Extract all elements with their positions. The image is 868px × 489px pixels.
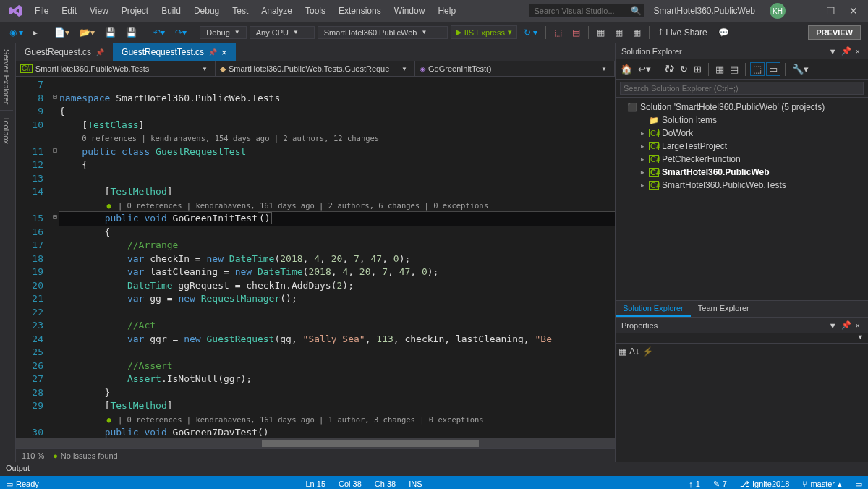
menu-file[interactable]: File	[29, 3, 54, 19]
status-ins: INS	[409, 480, 422, 488]
pin-icon[interactable]: 📌	[839, 320, 854, 330]
solution-item[interactable]: ▸C#SmartHotel360.PublicWeb.Tests	[617, 179, 867, 192]
redo-button[interactable]: ↷▾	[171, 25, 191, 40]
categorize-icon[interactable]: ▦	[618, 346, 626, 357]
dropdown-icon[interactable]: ▼	[827, 321, 839, 330]
back-icon[interactable]: ↩▾	[636, 62, 653, 76]
code-editor[interactable]: 78910 11121314 1516171819202122232425262…	[16, 77, 615, 438]
tab-guestrequest[interactable]: GuestRequest.cs📌	[16, 43, 113, 61]
scope-icon[interactable]: ▭	[766, 62, 780, 76]
user-avatar[interactable]: KH	[770, 3, 786, 19]
close-tab-icon[interactable]: ×	[221, 47, 227, 58]
status-pending[interactable]: ✎ 7	[713, 480, 727, 489]
sync-icon[interactable]: 🗘	[663, 62, 676, 76]
new-project-button[interactable]: 📄▾	[50, 25, 74, 40]
global-search[interactable]: 🔍	[529, 4, 644, 18]
refresh-icon[interactable]: ↻	[678, 62, 690, 76]
showall-icon[interactable]: ▦	[713, 62, 726, 76]
fold-gutter[interactable]: ⊟ ⊟ ⊟	[51, 77, 59, 438]
menu-help[interactable]: Help	[432, 3, 461, 19]
feedback-icon[interactable]: 💬	[714, 25, 733, 40]
collapse-icon[interactable]: ⊞	[692, 62, 704, 76]
menu-build[interactable]: Build	[156, 3, 187, 19]
tab-guestrequesttest[interactable]: GuestRequestTest.cs📌×	[113, 43, 236, 61]
menu-view[interactable]: View	[84, 3, 114, 19]
nav-method[interactable]: ◈GoGreenInitTest()▼	[415, 61, 615, 76]
nav-fwd-button[interactable]: ▸	[29, 25, 42, 40]
close-panel-icon[interactable]: ×	[854, 47, 862, 56]
zoom-level[interactable]: 110 %	[22, 451, 44, 460]
menu-tools[interactable]: Tools	[299, 3, 331, 19]
nav-namespace[interactable]: ◆SmartHotel360.PublicWeb.Tests.GuestRequ…	[216, 61, 415, 76]
wrench-icon[interactable]: 🔧▾	[790, 62, 811, 76]
startup-select[interactable]: SmartHotel360.PublicWeb▼	[318, 26, 448, 39]
server-explorer-tab[interactable]: Server Explorer	[0, 43, 13, 111]
toolbox-tab[interactable]: Toolbox	[0, 111, 13, 150]
solution-search-input[interactable]	[620, 82, 864, 95]
menu-debug[interactable]: Debug	[188, 3, 225, 19]
platform-select[interactable]: Any CPU▼	[250, 26, 315, 39]
status-repo[interactable]: ⎇ Ignite2018	[740, 480, 789, 489]
line-gutter: 78910 11121314 1516171819202122232425262…	[16, 77, 51, 438]
editor-area: GuestRequest.cs📌 GuestRequestTest.cs📌× C…	[16, 43, 615, 462]
minimize-button[interactable]: —	[800, 4, 814, 18]
properties-icon[interactable]: ▤	[728, 62, 741, 76]
home-icon[interactable]: 🏠	[618, 62, 634, 76]
extension-icon[interactable]: ▤	[568, 25, 584, 40]
close-button[interactable]: ✕	[846, 4, 861, 18]
close-panel-icon[interactable]: ×	[854, 321, 862, 330]
menu-project[interactable]: Project	[116, 3, 154, 19]
step3-icon[interactable]: ▦	[629, 25, 645, 40]
status-push[interactable]: ↑ 1	[689, 480, 700, 488]
status-branch[interactable]: ⑂ master ▴	[802, 480, 842, 489]
team-explorer-tab[interactable]: Team Explorer	[691, 301, 757, 317]
horizontal-scrollbar[interactable]	[16, 438, 615, 448]
menu-window[interactable]: Window	[388, 3, 431, 19]
solution-item[interactable]: ▸C#DoWork	[617, 127, 867, 140]
configuration-select[interactable]: Debug▼	[200, 26, 246, 39]
left-tool-rail: Server Explorer Toolbox	[0, 43, 16, 462]
nav-back-button[interactable]: ◉ ▾	[5, 25, 27, 40]
check-icon: ●	[53, 451, 58, 460]
status-notif-icon[interactable]: ▭	[855, 480, 862, 489]
save-all-button[interactable]: 💾	[122, 25, 141, 40]
solution-toolbar: 🏠 ↩▾ 🗘 ↻ ⊞ ▦ ▤ ⬚ ▭ 🔧▾	[616, 59, 868, 80]
undo-button[interactable]: ↶▾	[149, 25, 169, 40]
solution-item[interactable]: ▸C#SmartHotel360.PublicWeb	[617, 166, 867, 179]
step-icon[interactable]: ▦	[592, 25, 609, 40]
solution-item[interactable]: ▸C#PetCheckerFunction	[617, 153, 867, 166]
nav-project[interactable]: C#SmartHotel360.PublicWeb.Tests▼	[16, 61, 216, 76]
alpha-icon[interactable]: A↓	[629, 346, 639, 357]
status-ready: ▭ Ready	[6, 480, 39, 489]
liveshare-button[interactable]: ⤴ Live Share	[658, 27, 707, 38]
solution-explorer-title: Solution Explorer ▼ 📌 ×	[616, 43, 868, 59]
solution-explorer-tab[interactable]: Solution Explorer	[616, 301, 691, 317]
output-panel[interactable]: Output	[0, 462, 868, 476]
menu-test[interactable]: Test	[226, 3, 254, 19]
solution-item[interactable]: ▸C#LargeTestProject	[617, 140, 867, 153]
solution-search[interactable]	[616, 80, 868, 98]
open-button[interactable]: 📂▾	[75, 25, 99, 40]
maximize-button[interactable]: ☐	[823, 4, 838, 18]
refresh-button[interactable]: ↻ ▾	[519, 25, 542, 40]
save-button[interactable]: 💾	[101, 25, 120, 40]
dropdown-icon[interactable]: ▼	[827, 47, 839, 56]
solution-root[interactable]: ⬛Solution 'SmartHotel360.PublicWeb' (5 p…	[617, 101, 867, 114]
solution-item[interactable]: 📁Solution Items	[617, 114, 867, 127]
events-icon[interactable]: ⚡	[642, 346, 653, 357]
pin-icon[interactable]: 📌	[95, 48, 104, 56]
step2-icon[interactable]: ▦	[610, 25, 627, 40]
preview-icon[interactable]: ⬚	[750, 62, 765, 76]
search-input[interactable]	[534, 7, 628, 15]
solution-tree[interactable]: ⬛Solution 'SmartHotel360.PublicWeb' (5 p…	[616, 98, 868, 300]
menu-edit[interactable]: Edit	[56, 3, 82, 19]
search-icon: 🔍	[631, 6, 642, 16]
vs-logo-icon	[9, 4, 23, 18]
run-button[interactable]: ▶ IIS Express ▾	[451, 25, 517, 39]
browser-link-icon[interactable]: ⬚	[550, 25, 566, 40]
menu-analyze[interactable]: Analyze	[255, 3, 298, 19]
pin-icon[interactable]: 📌	[839, 46, 854, 56]
menu-extensions[interactable]: Extensions	[333, 3, 387, 19]
pin-icon[interactable]: 📌	[208, 48, 217, 56]
document-tabs: GuestRequest.cs📌 GuestRequestTest.cs📌×	[16, 43, 615, 61]
